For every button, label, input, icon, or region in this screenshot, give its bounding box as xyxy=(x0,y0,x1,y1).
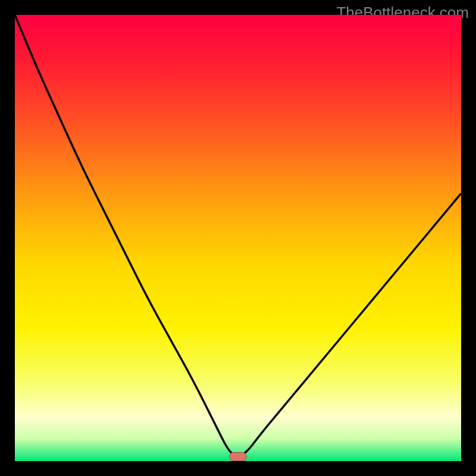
optimal-marker xyxy=(230,453,246,461)
chart-background xyxy=(15,15,461,461)
chart-plot-area xyxy=(15,15,461,461)
chart-svg xyxy=(15,15,461,461)
